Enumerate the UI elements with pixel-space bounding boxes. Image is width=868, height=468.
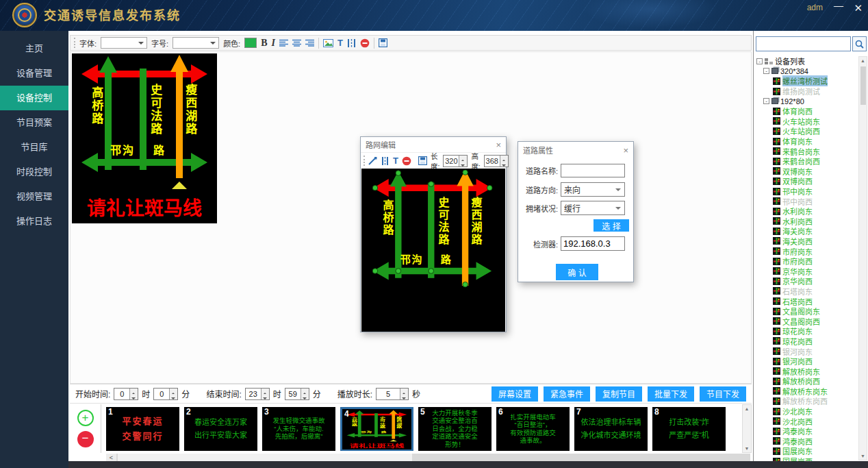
collapse-icon[interactable]: - <box>763 98 769 104</box>
device-tree-item[interactable]: 琼花岗东 <box>755 326 860 336</box>
device-tree-item[interactable]: 螺丝湾桥测试 <box>755 76 860 86</box>
text-tool-button[interactable]: T <box>337 38 343 48</box>
device-tree-item[interactable]: 体育岗东 <box>755 136 860 147</box>
action-button[interactable]: 复制节目 <box>596 386 642 402</box>
device-tree-item[interactable]: 海关岗西 <box>755 236 860 247</box>
close-icon[interactable]: ✕ <box>854 2 863 14</box>
device-tree-item[interactable]: 文昌阁岗东 <box>755 306 860 317</box>
save-icon[interactable] <box>379 38 387 47</box>
save-icon[interactable] <box>418 156 427 165</box>
device-tree-item[interactable]: 解放桥岗东 <box>755 366 860 376</box>
program-thumbnail[interactable]: 6扎实开展电动车“百日整治”，有效预防道路交通事故。 <box>496 407 570 451</box>
road-name-field[interactable] <box>561 164 625 177</box>
device-tree-group[interactable]: -320*384 <box>755 66 860 77</box>
device-tree-item[interactable]: 银河岗东 <box>755 346 860 356</box>
add-program-button[interactable]: + <box>77 410 94 426</box>
align-center-icon[interactable] <box>292 39 301 47</box>
insert-image-icon[interactable] <box>323 39 333 47</box>
device-tree-item[interactable]: 石塔岗东 <box>755 286 860 297</box>
scroll-down-icon[interactable]: ▼ <box>860 454 865 458</box>
collapse-icon[interactable]: - <box>756 58 763 64</box>
road-tool-icon[interactable] <box>381 157 390 165</box>
height-stepper[interactable]: 368 <box>484 155 509 167</box>
program-thumbnail[interactable]: 7依法治理非标车辆净化城市交通环境 <box>574 407 648 451</box>
congestion-select[interactable]: 缓行 <box>561 201 625 215</box>
remove-icon[interactable] <box>402 156 411 166</box>
end-hour-stepper[interactable]: 23 <box>245 388 270 400</box>
device-tree-item[interactable]: 海关岗东 <box>755 226 860 236</box>
program-thumbnail[interactable]: 5大力开展秋冬季交通安全整治百日会战，全力稳定道路交通安全形势！ <box>418 407 492 451</box>
program-thumbnail[interactable]: 8打击改装“炸严查严惩“机 <box>652 407 726 451</box>
device-tree-scrollbar[interactable]: ▲ ▼ <box>858 56 867 460</box>
device-tree-item[interactable]: 国展岗西 <box>755 456 860 461</box>
device-tree-item[interactable]: 水利岗东 <box>755 206 860 217</box>
scroll-up-icon[interactable]: ▲ <box>860 58 865 63</box>
device-tree-item[interactable]: 双博岗西 <box>755 176 860 186</box>
device-tree-item[interactable]: 维扬岗测试 <box>755 86 860 97</box>
device-tree-item[interactable]: 来鹤台岗西 <box>755 156 860 167</box>
program-thumbnail[interactable]: 4 高桥路 史可法路 瘦西湖路 邗沟 路 请礼让斑马线 <box>340 407 413 451</box>
start-minute-stepper[interactable]: 0 <box>153 388 178 400</box>
device-tree-item[interactable]: 鸿泰岗西 <box>755 436 860 447</box>
scroll-up-icon[interactable]: ▲ <box>745 406 750 411</box>
sidebar-item[interactable]: 节目库 <box>0 135 68 160</box>
device-tree-item[interactable]: 京华岗东 <box>755 266 860 276</box>
action-button[interactable]: 节目下发 <box>700 386 746 402</box>
close-icon[interactable]: × <box>623 145 628 156</box>
sidebar-item[interactable]: 设备管理 <box>0 61 68 86</box>
sidebar-item[interactable]: 主页 <box>0 36 68 61</box>
align-left-icon[interactable] <box>279 39 288 47</box>
device-tree-item[interactable]: 鸿泰岗东 <box>755 426 860 436</box>
bold-button[interactable]: B <box>261 38 267 49</box>
minimize-icon[interactable]: — <box>834 0 843 11</box>
device-tree-group[interactable]: -192*80 <box>755 96 860 106</box>
search-button[interactable] <box>852 36 867 51</box>
device-tree-item[interactable]: 双博岗东 <box>755 167 860 177</box>
device-tree-item[interactable]: 体育岗西 <box>755 106 860 116</box>
device-tree-item[interactable]: 京华岗西 <box>755 276 860 286</box>
size-select[interactable] <box>173 37 219 49</box>
duration-stepper[interactable]: 5 <box>376 388 409 400</box>
select-detector-button[interactable]: 选 择 <box>593 219 629 232</box>
device-tree-item[interactable]: 邗中岗东 <box>755 186 860 197</box>
device-tree-item[interactable]: 文昌阁岗西 <box>755 316 860 326</box>
start-hour-stepper[interactable]: 0 <box>114 388 138 400</box>
sidebar-item[interactable]: 操作日志 <box>0 209 68 234</box>
sidebar-item[interactable]: 节目预案 <box>0 110 68 135</box>
action-button[interactable]: 紧急事件 <box>544 386 590 402</box>
font-select[interactable] <box>101 37 147 49</box>
device-search-input[interactable] <box>756 36 851 51</box>
program-thumbnail[interactable]: 1平安春运交警同行 <box>106 407 179 451</box>
italic-button[interactable]: I <box>272 38 275 49</box>
road-direction-select[interactable]: 来向 <box>561 182 625 197</box>
device-tree-item[interactable]: 沙北岗西 <box>755 416 860 426</box>
road-tool-icon[interactable] <box>347 39 356 47</box>
device-tree-item[interactable]: 火车站岗东 <box>755 116 860 127</box>
device-tree-item[interactable]: 来鹤台岗东 <box>755 146 860 156</box>
sidebar-item[interactable]: 时段控制 <box>0 160 68 184</box>
action-button[interactable]: 批量下发 <box>648 386 694 402</box>
detector-field[interactable] <box>561 236 625 251</box>
end-minute-stepper[interactable]: 59 <box>285 388 309 400</box>
device-tree-item[interactable]: 邗中岗西 <box>755 196 860 206</box>
editor-canvas[interactable]: 高桥路 史可法路 瘦西湖路 邗沟 路 请礼让斑马线 <box>361 169 505 332</box>
device-tree-item[interactable]: 火车站岗西 <box>755 126 860 136</box>
text-tool-button[interactable]: T <box>393 156 398 166</box>
toolbar-grip[interactable] <box>74 38 75 48</box>
scroll-down-icon[interactable]: ▼ <box>745 446 750 451</box>
close-icon[interactable]: × <box>496 140 501 150</box>
draw-line-icon[interactable] <box>368 157 377 165</box>
length-stepper[interactable]: 320 <box>443 155 468 167</box>
align-right-icon[interactable] <box>305 39 314 47</box>
device-tree-item[interactable]: 沙北岗东 <box>755 406 860 417</box>
sidebar-item[interactable]: 设备控制 <box>0 86 68 110</box>
device-tree-item[interactable]: 解放桥岗西 <box>755 376 860 386</box>
device-tree-item[interactable]: 石塔岗西 <box>755 296 860 306</box>
device-tree-item[interactable]: 市府岗西 <box>755 256 860 267</box>
device-tree-item[interactable]: 琼花岗西 <box>755 336 860 347</box>
device-tree-root[interactable]: -设备列表 <box>755 56 860 66</box>
canvas-sign[interactable]: 高桥路 史可法路 瘦西湖路 邗沟 路 请礼让斑马线 <box>72 53 217 223</box>
remove-program-button[interactable]: − <box>77 431 94 447</box>
program-thumbnail[interactable]: 3发生轻微交通事故“人未伤，车能动.先拍照，后撤离” <box>262 407 335 451</box>
device-tree-item[interactable]: 国展岗东 <box>755 446 860 456</box>
